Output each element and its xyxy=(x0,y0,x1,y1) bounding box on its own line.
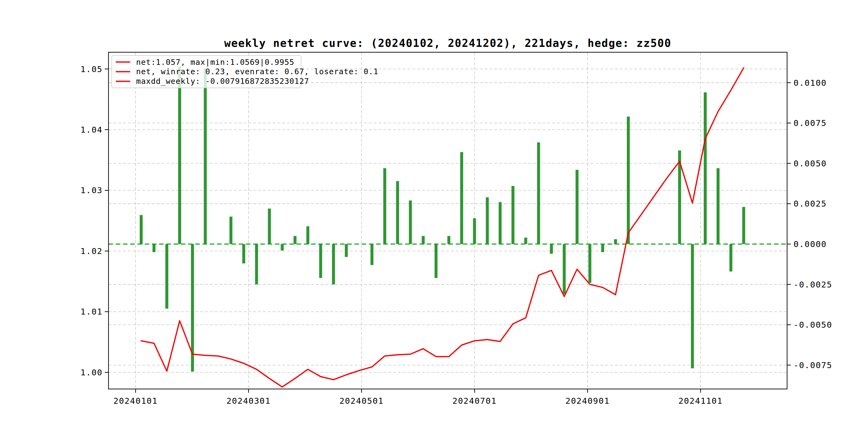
bar-week-3 xyxy=(165,244,168,309)
bar-week-2 xyxy=(152,244,155,252)
red-line-swatch-icon xyxy=(116,81,130,82)
bar-week-6 xyxy=(204,68,207,244)
red-line-swatch-icon xyxy=(116,61,130,63)
legend-label: net, winrate: 0.23, evenrate: 0.67, lose… xyxy=(136,67,378,76)
legend-label: net:1.057, max|min:1.0569|0.9955 xyxy=(136,58,294,67)
legend-label: maxdd_weekly: -0.007916872835230127 xyxy=(136,76,309,86)
bar-week-4 xyxy=(178,66,181,244)
y-right-tick-0.0100: 0.0100 xyxy=(794,78,827,88)
bar-week-30 xyxy=(512,186,515,244)
x-tick-20240301: 20240301 xyxy=(226,396,271,406)
bar-week-16 xyxy=(332,244,335,284)
bar-week-31 xyxy=(524,238,527,244)
legend-item-net: net:1.057, max|min:1.0569|0.9955 xyxy=(116,58,298,67)
bar-week-44 xyxy=(691,244,694,368)
y-right-tick-0.0025: 0.0025 xyxy=(794,199,827,209)
bar-week-47 xyxy=(730,244,733,271)
y-right-tick--0.0050: -0.0050 xyxy=(794,320,832,330)
bar-week-22 xyxy=(409,200,412,244)
bar-week-24 xyxy=(435,244,437,278)
bar-week-11 xyxy=(268,209,271,244)
bar-week-28 xyxy=(486,197,489,244)
bar-week-32 xyxy=(537,142,540,244)
bar-week-29 xyxy=(499,202,501,244)
y-right-tick-0.0050: 0.0050 xyxy=(794,159,827,168)
bar-week-39 xyxy=(627,117,630,244)
axis-tick-marks xyxy=(105,69,791,393)
bar-week-37 xyxy=(601,244,604,252)
y-left-tick-1.03: 1.03 xyxy=(81,185,103,195)
bar-week-15 xyxy=(319,244,322,278)
x-tick-20241101: 20241101 xyxy=(678,396,722,406)
bar-week-10 xyxy=(255,244,258,284)
bar-week-26 xyxy=(460,152,463,244)
bar-week-14 xyxy=(307,226,309,244)
bar-week-27 xyxy=(473,218,476,244)
red-line-swatch-icon xyxy=(116,71,130,72)
bar-week-46 xyxy=(717,168,720,244)
y-right-tick--0.0025: -0.0025 xyxy=(794,280,832,289)
bar-week-13 xyxy=(293,236,297,244)
legend: net:1.057, max|min:1.0569|0.9955 net, wi… xyxy=(112,55,301,88)
bar-week-38 xyxy=(614,239,617,244)
bar-week-45 xyxy=(704,92,707,244)
y-left-tick-1.02: 1.02 xyxy=(81,246,103,256)
bar-week-19 xyxy=(371,244,373,265)
bar-week-17 xyxy=(345,244,348,257)
y-right-tick-0.0075: 0.0075 xyxy=(794,118,827,128)
figure: weekly netret curve: (20240102, 20241202… xyxy=(0,0,868,434)
x-tick-20240901: 20240901 xyxy=(565,396,610,406)
y-left-tick-1.05: 1.05 xyxy=(81,64,103,74)
bar-week-33 xyxy=(550,244,553,254)
bar-week-20 xyxy=(383,168,386,244)
y-left-tick-1.00: 1.00 xyxy=(81,368,103,377)
legend-item-winrate: net, winrate: 0.23, evenrate: 0.67, lose… xyxy=(116,67,298,76)
weekly-return-bars xyxy=(140,66,745,372)
bar-week-8 xyxy=(229,217,232,244)
gridlines xyxy=(108,52,787,389)
bar-week-34 xyxy=(563,244,566,294)
x-tick-20240501: 20240501 xyxy=(339,396,384,406)
plot-frame xyxy=(108,52,787,389)
x-tick-20240701: 20240701 xyxy=(453,396,497,406)
x-tick-20240101: 20240101 xyxy=(113,396,157,406)
bar-week-35 xyxy=(576,170,579,244)
y-left-tick-1.04: 1.04 xyxy=(81,125,103,134)
legend-item-maxdd: maxdd_weekly: -0.007916872835230127 xyxy=(116,76,298,86)
bar-week-23 xyxy=(422,236,425,244)
y-right-tick--0.0075: -0.0075 xyxy=(794,360,832,370)
bar-week-1 xyxy=(140,215,143,244)
bar-week-48 xyxy=(742,207,745,244)
bar-week-36 xyxy=(588,244,591,283)
y-left-tick-1.01: 1.01 xyxy=(81,307,103,316)
bar-week-12 xyxy=(281,244,284,250)
bar-week-21 xyxy=(396,181,399,244)
bar-week-9 xyxy=(242,244,245,264)
chart-title: weekly netret curve: (20240102, 20241202… xyxy=(108,37,787,49)
bar-week-25 xyxy=(447,236,450,244)
y-right-tick-0.0000: 0.0000 xyxy=(794,239,827,249)
